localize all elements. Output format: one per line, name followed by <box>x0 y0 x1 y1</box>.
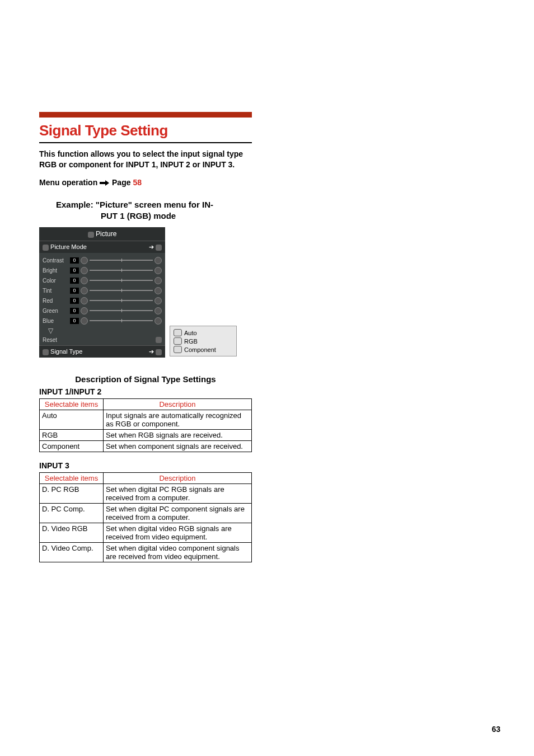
auto-icon <box>174 329 182 336</box>
osd-row: Blue0 <box>43 317 162 325</box>
signal-action-icon <box>156 349 162 355</box>
osd-signal-type: Signal Type ➔ <box>39 345 165 358</box>
osd-row: Tint0 <box>43 287 162 294</box>
desc-heading: Description of Signal Type Settings <box>39 374 252 384</box>
signal-type-popup: Auto RGB Component <box>170 326 237 356</box>
section-title: Signal Type Setting <box>39 122 252 139</box>
table-row: D. PC RGBSet when digital PC RGB signals… <box>40 484 252 504</box>
page-link[interactable]: 58 <box>133 178 142 187</box>
arrow-right-icon <box>100 180 110 186</box>
popup-option: Component <box>172 345 234 354</box>
table-row: RGBSet when RGB signals are received. <box>40 430 252 441</box>
table-row: ComponentSet when component signals are … <box>40 441 252 452</box>
intro-text: This function allows you to select the i… <box>39 149 252 170</box>
osd-row: Green0 <box>43 307 162 314</box>
osd-row: Contrast0 <box>43 256 162 264</box>
title-rule <box>39 142 252 143</box>
example-line2: PUT 1 (RGB) mode <box>56 210 252 222</box>
th-items: Selectable items <box>40 473 104 484</box>
menu-op-prefix: Menu operation <box>39 178 97 187</box>
table-row: D. Video Comp.Set when digital video com… <box>40 543 252 562</box>
mode-action-icon <box>156 245 162 251</box>
osd-sliders: Contrast0 Bright0 Color0 Tint0 Red0 Gree… <box>39 253 165 336</box>
example-line1: Example: "Picture" screen menu for IN- <box>56 199 252 210</box>
table-row: AutoInput signals are automatically reco… <box>40 410 252 430</box>
mode-icon <box>43 245 49 251</box>
osd-menu: Picture Picture Mode ➔ Contrast0 Bright0… <box>39 227 165 358</box>
th-desc: Description <box>104 473 252 484</box>
accent-bar <box>39 112 252 118</box>
osd-row: Red0 <box>43 297 162 304</box>
osd-scroll-down-icon: ▽ <box>43 327 162 335</box>
th-items: Selectable items <box>40 399 104 410</box>
th-desc: Description <box>104 399 252 410</box>
rgb-icon <box>174 337 182 345</box>
osd-row: Color0 <box>43 276 162 284</box>
page-number: 63 <box>491 725 500 734</box>
menu-operation: Menu operation Page 58 <box>39 178 252 187</box>
table-input3: Selectable items Description D. PC RGBSe… <box>39 472 252 562</box>
osd-title: Picture <box>39 227 165 241</box>
popup-option: Auto <box>172 328 234 337</box>
picture-icon <box>88 232 94 238</box>
component-icon <box>174 346 182 353</box>
table-input12: Selectable items Description AutoInput s… <box>39 398 252 452</box>
osd-picture-mode: Picture Mode ➔ <box>39 241 165 253</box>
reset-icon <box>156 337 162 343</box>
menu-op-page-label: Page <box>112 178 130 187</box>
signal-icon <box>43 349 49 355</box>
table-row: D. PC Comp.Set when digital PC component… <box>40 504 252 523</box>
input3-label: INPUT 3 <box>39 461 252 470</box>
osd-row: Bright0 <box>43 266 162 274</box>
popup-option: RGB <box>172 337 234 345</box>
table-row: D. Video RGBSet when digital video RGB s… <box>40 523 252 543</box>
osd-reset: Reset <box>39 336 165 345</box>
example-heading: Example: "Picture" screen menu for IN- P… <box>39 199 252 222</box>
input12-label: INPUT 1/INPUT 2 <box>39 387 252 396</box>
